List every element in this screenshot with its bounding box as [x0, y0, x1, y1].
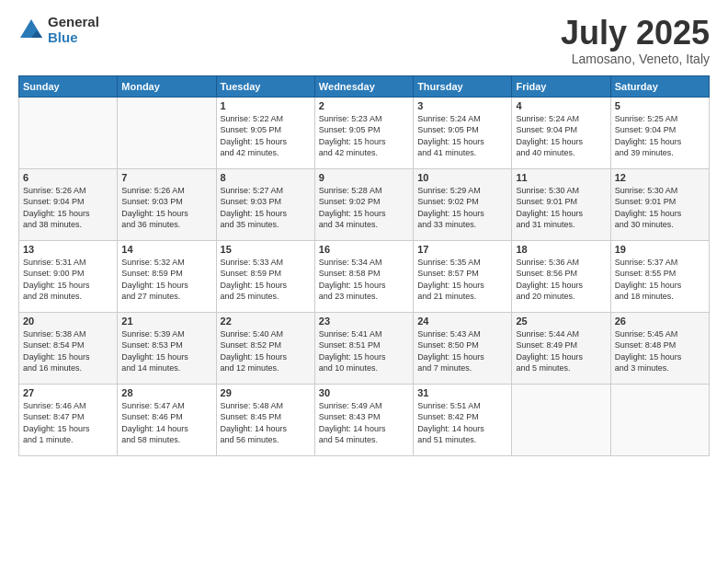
- day-info: Sunrise: 5:38 AM Sunset: 8:54 PM Dayligh…: [23, 328, 113, 374]
- header-sunday: Sunday: [19, 75, 118, 97]
- calendar-week-5: 27Sunrise: 5:46 AM Sunset: 8:47 PM Dayli…: [19, 384, 710, 455]
- day-number: 22: [221, 316, 311, 327]
- calendar-cell: 14Sunrise: 5:32 AM Sunset: 8:59 PM Dayli…: [118, 240, 216, 312]
- day-number: 9: [319, 172, 409, 183]
- day-info: Sunrise: 5:28 AM Sunset: 9:02 PM Dayligh…: [319, 185, 409, 231]
- day-number: 24: [417, 316, 507, 327]
- calendar-cell: 24Sunrise: 5:43 AM Sunset: 8:50 PM Dayli…: [414, 312, 512, 384]
- day-number: 5: [615, 100, 705, 111]
- day-number: 4: [516, 100, 606, 111]
- day-number: 8: [221, 172, 311, 183]
- logo: General Blue: [18, 15, 99, 45]
- day-number: 27: [23, 387, 113, 398]
- calendar-week-2: 6Sunrise: 5:26 AM Sunset: 9:04 PM Daylig…: [19, 168, 710, 240]
- calendar-cell: 16Sunrise: 5:34 AM Sunset: 8:58 PM Dayli…: [314, 240, 413, 312]
- calendar-cell: 13Sunrise: 5:31 AM Sunset: 9:00 PM Dayli…: [19, 240, 118, 312]
- day-number: 7: [121, 172, 211, 183]
- day-info: Sunrise: 5:51 AM Sunset: 8:42 PM Dayligh…: [417, 400, 507, 446]
- calendar-cell: 22Sunrise: 5:40 AM Sunset: 8:52 PM Dayli…: [216, 312, 314, 384]
- day-info: Sunrise: 5:36 AM Sunset: 8:56 PM Dayligh…: [516, 257, 606, 303]
- calendar-cell: 4Sunrise: 5:24 AM Sunset: 9:04 PM Daylig…: [512, 97, 610, 168]
- calendar-cell: 26Sunrise: 5:45 AM Sunset: 8:48 PM Dayli…: [610, 312, 709, 384]
- calendar-cell: 12Sunrise: 5:30 AM Sunset: 9:01 PM Dayli…: [610, 168, 709, 240]
- day-number: 25: [516, 316, 606, 327]
- calendar-body: 1Sunrise: 5:22 AM Sunset: 9:05 PM Daylig…: [19, 97, 710, 455]
- day-number: 6: [23, 172, 113, 183]
- header-thursday: Thursday: [414, 75, 512, 97]
- calendar-cell: 6Sunrise: 5:26 AM Sunset: 9:04 PM Daylig…: [19, 168, 118, 240]
- calendar-cell: 8Sunrise: 5:27 AM Sunset: 9:03 PM Daylig…: [216, 168, 314, 240]
- day-number: 17: [417, 244, 507, 255]
- day-info: Sunrise: 5:47 AM Sunset: 8:46 PM Dayligh…: [121, 400, 211, 446]
- day-info: Sunrise: 5:25 AM Sunset: 9:04 PM Dayligh…: [615, 113, 705, 159]
- logo-icon: [18, 17, 44, 43]
- day-number: 13: [23, 244, 113, 255]
- calendar-header: Sunday Monday Tuesday Wednesday Thursday…: [19, 75, 710, 97]
- calendar-cell: 17Sunrise: 5:35 AM Sunset: 8:57 PM Dayli…: [414, 240, 512, 312]
- day-number: 29: [221, 387, 311, 398]
- calendar-cell: 28Sunrise: 5:47 AM Sunset: 8:46 PM Dayli…: [118, 384, 216, 455]
- day-info: Sunrise: 5:23 AM Sunset: 9:05 PM Dayligh…: [319, 113, 409, 159]
- day-info: Sunrise: 5:29 AM Sunset: 9:02 PM Dayligh…: [417, 185, 507, 231]
- day-info: Sunrise: 5:45 AM Sunset: 8:48 PM Dayligh…: [615, 328, 705, 374]
- day-info: Sunrise: 5:49 AM Sunset: 8:43 PM Dayligh…: [319, 400, 409, 446]
- header-monday: Monday: [118, 75, 216, 97]
- calendar-table: Sunday Monday Tuesday Wednesday Thursday…: [18, 75, 710, 456]
- day-number: 10: [417, 172, 507, 183]
- calendar-cell: 15Sunrise: 5:33 AM Sunset: 8:59 PM Dayli…: [216, 240, 314, 312]
- calendar-cell: 2Sunrise: 5:23 AM Sunset: 9:05 PM Daylig…: [314, 97, 413, 168]
- day-number: 12: [615, 172, 705, 183]
- calendar-cell: 21Sunrise: 5:39 AM Sunset: 8:53 PM Dayli…: [118, 312, 216, 384]
- logo-blue: Blue: [48, 30, 99, 46]
- day-info: Sunrise: 5:39 AM Sunset: 8:53 PM Dayligh…: [121, 328, 211, 374]
- calendar-cell: [19, 97, 118, 168]
- day-info: Sunrise: 5:30 AM Sunset: 9:01 PM Dayligh…: [615, 185, 705, 231]
- calendar-cell: 11Sunrise: 5:30 AM Sunset: 9:01 PM Dayli…: [512, 168, 610, 240]
- calendar-cell: 5Sunrise: 5:25 AM Sunset: 9:04 PM Daylig…: [610, 97, 709, 168]
- calendar-cell: 20Sunrise: 5:38 AM Sunset: 8:54 PM Dayli…: [19, 312, 118, 384]
- calendar-cell: 25Sunrise: 5:44 AM Sunset: 8:49 PM Dayli…: [512, 312, 610, 384]
- day-number: 2: [319, 100, 409, 111]
- day-info: Sunrise: 5:30 AM Sunset: 9:01 PM Dayligh…: [516, 185, 606, 231]
- calendar-cell: 9Sunrise: 5:28 AM Sunset: 9:02 PM Daylig…: [314, 168, 413, 240]
- day-number: 19: [615, 244, 705, 255]
- day-number: 18: [516, 244, 606, 255]
- day-info: Sunrise: 5:48 AM Sunset: 8:45 PM Dayligh…: [221, 400, 311, 446]
- calendar-cell: 29Sunrise: 5:48 AM Sunset: 8:45 PM Dayli…: [216, 384, 314, 455]
- header-friday: Friday: [512, 75, 610, 97]
- calendar-cell: [512, 384, 610, 455]
- calendar-week-3: 13Sunrise: 5:31 AM Sunset: 9:00 PM Dayli…: [19, 240, 710, 312]
- calendar-cell: [610, 384, 709, 455]
- day-info: Sunrise: 5:34 AM Sunset: 8:58 PM Dayligh…: [319, 257, 409, 303]
- day-info: Sunrise: 5:40 AM Sunset: 8:52 PM Dayligh…: [221, 328, 311, 374]
- day-number: 1: [221, 100, 311, 111]
- calendar-week-4: 20Sunrise: 5:38 AM Sunset: 8:54 PM Dayli…: [19, 312, 710, 384]
- calendar-cell: 18Sunrise: 5:36 AM Sunset: 8:56 PM Dayli…: [512, 240, 610, 312]
- calendar-cell: 23Sunrise: 5:41 AM Sunset: 8:51 PM Dayli…: [314, 312, 413, 384]
- header-row: Sunday Monday Tuesday Wednesday Thursday…: [19, 75, 710, 97]
- day-info: Sunrise: 5:24 AM Sunset: 9:04 PM Dayligh…: [516, 113, 606, 159]
- day-number: 14: [121, 244, 211, 255]
- calendar-cell: 27Sunrise: 5:46 AM Sunset: 8:47 PM Dayli…: [19, 384, 118, 455]
- calendar-title: July 2025: [561, 15, 710, 52]
- calendar-cell: 30Sunrise: 5:49 AM Sunset: 8:43 PM Dayli…: [314, 384, 413, 455]
- day-number: 28: [121, 387, 211, 398]
- day-info: Sunrise: 5:27 AM Sunset: 9:03 PM Dayligh…: [221, 185, 311, 231]
- calendar-cell: 1Sunrise: 5:22 AM Sunset: 9:05 PM Daylig…: [216, 97, 314, 168]
- calendar-cell: 31Sunrise: 5:51 AM Sunset: 8:42 PM Dayli…: [414, 384, 512, 455]
- calendar-week-1: 1Sunrise: 5:22 AM Sunset: 9:05 PM Daylig…: [19, 97, 710, 168]
- calendar-cell: 10Sunrise: 5:29 AM Sunset: 9:02 PM Dayli…: [414, 168, 512, 240]
- day-info: Sunrise: 5:46 AM Sunset: 8:47 PM Dayligh…: [23, 400, 113, 446]
- day-number: 21: [121, 316, 211, 327]
- day-info: Sunrise: 5:26 AM Sunset: 9:03 PM Dayligh…: [121, 185, 211, 231]
- day-number: 3: [417, 100, 507, 111]
- header-tuesday: Tuesday: [216, 75, 314, 97]
- day-info: Sunrise: 5:41 AM Sunset: 8:51 PM Dayligh…: [319, 328, 409, 374]
- calendar-cell: 3Sunrise: 5:24 AM Sunset: 9:05 PM Daylig…: [414, 97, 512, 168]
- day-number: 30: [319, 387, 409, 398]
- header-saturday: Saturday: [610, 75, 709, 97]
- logo-general: General: [48, 15, 99, 30]
- day-number: 26: [615, 316, 705, 327]
- page-header: General Blue July 2025 Lamosano, Veneto,…: [18, 15, 710, 66]
- day-number: 31: [417, 387, 507, 398]
